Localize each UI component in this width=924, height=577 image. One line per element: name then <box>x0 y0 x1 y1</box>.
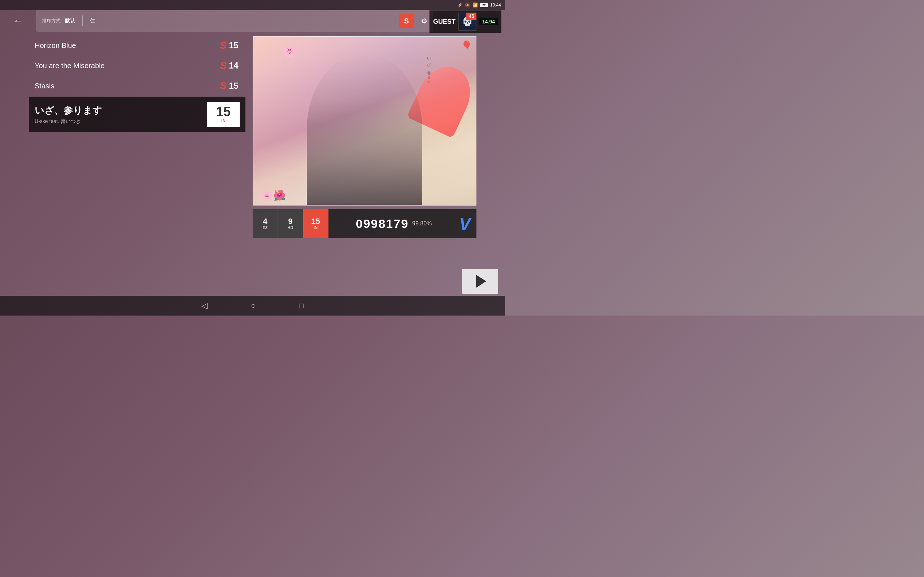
bluetooth-icon: ⚡ <box>457 3 463 8</box>
sort-label: 排序方式 <box>42 18 61 24</box>
status-bar: ⚡ 🔕 📶 77 19:44 <box>0 0 505 10</box>
moon-icon: 🔕 <box>465 3 470 8</box>
diff-label-ez: EZ <box>262 226 267 230</box>
battery-indicator: 77 <box>480 3 488 7</box>
list-item[interactable]: Horizon Blue S 15 <box>29 36 246 55</box>
diff-symbol: S <box>220 60 227 71</box>
diff-tab-ez[interactable]: 4 EZ <box>253 209 278 238</box>
song-list: Horizon Blue S 15 You are the Miserable … <box>29 36 246 134</box>
diff-symbol: S <box>220 80 227 92</box>
list-item[interactable]: You are the Miserable S 14 <box>29 56 246 75</box>
song-level: 14 <box>229 61 240 71</box>
artwork-panel: 🌸 いざ、参ります 🎈 🌸🌺 <box>253 36 477 206</box>
diff-tab-in[interactable]: 15 IN <box>303 209 328 238</box>
selected-song-info: いざ、参ります U-ske feat. 棗いつき <box>35 104 207 125</box>
guest-label: GUEST <box>433 18 456 26</box>
player-name: 仁 <box>90 18 95 24</box>
diff-label-in: IN <box>313 226 318 230</box>
flower-decoration: 🌸 <box>282 44 297 58</box>
song-level: 15 <box>229 40 240 50</box>
diff-num-ez: 4 <box>263 218 267 226</box>
selected-song-artist: U-ske feat. 棗いつき <box>35 118 207 125</box>
diff-tab-hd[interactable]: 9 HD <box>278 209 303 238</box>
song-name: Stasis <box>35 82 220 90</box>
guest-rating: 14.94 <box>479 18 498 25</box>
list-item[interactable]: Stasis S 15 <box>29 76 246 95</box>
sort-value[interactable]: 默认 <box>65 18 75 24</box>
back-button[interactable]: ← <box>7 10 29 32</box>
flowers-decoration: 🌸🌺 <box>261 189 286 201</box>
artwork-text-vertical: いざ、参ります <box>425 55 432 82</box>
selected-level-number: 15 <box>216 105 231 118</box>
selected-level-box: 15 IN <box>207 102 240 127</box>
artwork-image: 🌸 いざ、参ります 🎈 🌸🌺 <box>253 36 477 206</box>
page-number: S <box>399 14 414 28</box>
time-display: 19:44 <box>490 3 501 8</box>
balloon-decoration: 🎈 <box>461 40 472 50</box>
song-level: 15 <box>229 81 240 91</box>
diff-num-in: 15 <box>311 218 320 226</box>
play-button[interactable] <box>462 269 498 294</box>
guest-panel[interactable]: GUEST 💀 45 14.94 <box>429 10 502 33</box>
diff-num-hd: 9 <box>288 218 292 226</box>
status-icons: ⚡ 🔕 📶 77 19:44 <box>457 3 501 8</box>
page-indicator: S <box>399 14 414 28</box>
back-arrow-icon: ← <box>13 15 23 27</box>
score-panel: 4 EZ 9 HD 15 IN 0998179 99.80% V <box>253 209 477 238</box>
song-name: You are the Miserable <box>35 62 220 70</box>
nav-back-button[interactable]: ◁ <box>201 301 208 311</box>
score-rank: V <box>459 214 471 234</box>
selected-song-item[interactable]: いざ、参ります U-ske feat. 棗いつき 15 IN <box>29 97 246 132</box>
settings-button[interactable]: ⚙ <box>421 16 427 25</box>
guest-level: 45 <box>466 13 477 20</box>
selected-song-title: いざ、参ります <box>35 104 207 117</box>
diff-tabs: 4 EZ 9 HD 15 IN <box>253 209 328 238</box>
diff-label-hd: HD <box>288 226 294 230</box>
char-silhouette <box>307 53 422 205</box>
score-display: 0998179 99.80% <box>328 217 459 231</box>
top-bar: 排序方式 默认 仁 S ⚙ <box>36 10 433 32</box>
play-icon <box>476 275 486 288</box>
nav-menu-button[interactable]: □ <box>299 301 304 311</box>
score-number: 0998179 <box>356 217 409 231</box>
bottom-nav: ◁ ○ □ <box>0 296 505 316</box>
nav-home-button[interactable]: ○ <box>251 301 255 311</box>
selected-level-label: IN <box>221 118 226 123</box>
song-name: Horizon Blue <box>35 42 220 50</box>
wifi-icon: 📶 <box>472 3 478 8</box>
guest-avatar-container: 💀 45 <box>459 13 477 31</box>
diff-symbol: S <box>220 40 227 51</box>
score-percent: 99.80% <box>412 220 432 227</box>
